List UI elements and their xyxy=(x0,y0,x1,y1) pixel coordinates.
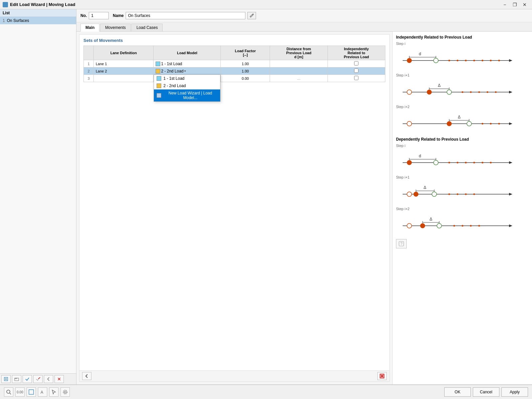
lane-definition-cell[interactable]: Lane 2 xyxy=(94,67,154,75)
close-button[interactable]: ✕ xyxy=(520,1,529,8)
svg-point-85 xyxy=(454,225,455,227)
minimize-button[interactable]: − xyxy=(500,1,509,8)
cancel-button[interactable]: Cancel xyxy=(473,387,499,397)
dropdown-item-label: 2 - 2nd Load xyxy=(163,83,186,88)
footer-left: 0.00 A xyxy=(4,387,70,397)
footer-settings-button[interactable] xyxy=(61,387,70,397)
open-item-button[interactable] xyxy=(12,375,21,383)
svg-point-82 xyxy=(407,223,412,228)
apply-button[interactable]: Apply xyxy=(501,387,528,397)
distance-cell[interactable] xyxy=(270,67,328,75)
delete-button[interactable]: ✕ xyxy=(55,375,64,383)
svg-text:Δ: Δ xyxy=(424,185,426,190)
new-item-button[interactable] xyxy=(1,375,11,383)
list-item[interactable]: 1 On Surfaces xyxy=(0,17,76,24)
window-controls: − ❐ ✕ xyxy=(500,1,529,8)
load-model-dropdown[interactable]: 2 - 2nd Load ▾ xyxy=(156,69,218,73)
diagram-info-button[interactable]: ? xyxy=(396,239,407,248)
tab-movements[interactable]: Movements xyxy=(100,24,131,31)
left-panel: List 1 On Surfaces xyxy=(0,9,76,384)
svg-point-32 xyxy=(462,91,464,93)
svg-point-15 xyxy=(434,58,438,63)
tab-load-cases[interactable]: Load Cases xyxy=(131,24,163,31)
svg-point-59 xyxy=(465,162,467,164)
diagram-panel: Independently Related to Previous Load S… xyxy=(392,32,532,384)
maximize-button[interactable]: ❐ xyxy=(510,1,519,8)
ok-button[interactable]: OK xyxy=(444,387,471,397)
independently-checkbox[interactable] xyxy=(354,68,358,73)
tab-main[interactable]: Main xyxy=(80,24,99,32)
dep-step-i2-label: Step i+2 xyxy=(396,207,529,211)
svg-point-19 xyxy=(473,60,475,62)
load-model-dropdown[interactable]: 1 - 1st Load xyxy=(156,62,218,66)
uncheck-button[interactable] xyxy=(33,375,43,383)
svg-text:Δ: Δ xyxy=(430,217,432,221)
footer-search-button[interactable] xyxy=(4,387,13,397)
load-model-cell[interactable]: 2 - 2nd Load ▾ 1 - 1st Load xyxy=(154,67,221,75)
dep-title: Dependently Related to Previous Load xyxy=(396,137,529,142)
svg-point-31 xyxy=(447,90,452,94)
svg-marker-24 xyxy=(509,91,512,93)
svg-marker-50 xyxy=(509,161,512,164)
svg-point-48 xyxy=(498,123,500,125)
svg-point-20 xyxy=(482,60,483,62)
load-model-color xyxy=(156,69,160,73)
dep-step-i1-diagram: Δ xyxy=(396,182,516,200)
load-model-value: 2 - 2nd Load xyxy=(161,69,183,73)
independently-checkbox[interactable] xyxy=(354,76,358,80)
svg-text:Δ: Δ xyxy=(458,115,461,119)
footer-select-button[interactable] xyxy=(49,387,59,397)
row-number: 3 xyxy=(84,75,94,82)
indep-title: Independently Related to Previous Load xyxy=(396,35,529,40)
svg-point-56 xyxy=(434,160,438,165)
svg-point-73 xyxy=(457,194,459,195)
svg-point-58 xyxy=(457,162,459,164)
svg-point-86 xyxy=(462,225,464,227)
check-button[interactable] xyxy=(23,375,32,383)
svg-point-36 xyxy=(495,91,497,93)
svg-point-88 xyxy=(478,225,480,227)
col-header-lane: Lane Definition xyxy=(94,46,154,60)
fields-row: No. Name xyxy=(76,9,532,22)
load-model-cell[interactable]: 1 - 1st Load xyxy=(154,60,221,67)
load-factor-cell[interactable]: 0.00 xyxy=(221,75,270,82)
dropdown-item-color xyxy=(157,76,161,81)
app-icon xyxy=(3,2,8,7)
dropdown-item[interactable]: 1 - 1st Load xyxy=(154,75,220,82)
footer-value-button[interactable]: 0.00 xyxy=(15,387,25,397)
dep-step-i-label: Step i xyxy=(396,144,529,148)
name-field-group: Name xyxy=(113,12,256,19)
svg-marker-95 xyxy=(52,390,56,394)
independently-checkbox[interactable] xyxy=(354,61,358,66)
svg-point-74 xyxy=(465,194,467,195)
delete-panel-button[interactable] xyxy=(377,372,387,380)
lane-definition-cell[interactable]: Lane 1 xyxy=(94,60,154,67)
main-container: List 1 On Surfaces xyxy=(0,9,532,399)
load-factor-cell[interactable]: 1.00 xyxy=(221,60,270,67)
back-panel-button[interactable] xyxy=(82,372,91,380)
distance-cell[interactable]: ... xyxy=(270,75,328,82)
no-field-group: No. xyxy=(80,12,109,19)
svg-point-29 xyxy=(407,90,412,94)
list-items: 1 On Surfaces xyxy=(0,17,76,373)
dropdown-item[interactable]: 2 - 2nd Load xyxy=(154,82,220,89)
edit-name-button[interactable] xyxy=(247,12,256,19)
load-factor-cell[interactable]: 1.00 xyxy=(221,67,270,75)
svg-text:d: d xyxy=(419,154,421,158)
svg-point-61 xyxy=(482,162,483,164)
dropdown-item-new[interactable]: New Load Wizard | Load Model... xyxy=(154,89,220,101)
name-input[interactable] xyxy=(126,12,245,19)
movements-table: Lane Definition Load Model Load Factor[-… xyxy=(83,46,385,82)
independently-cell[interactable] xyxy=(328,75,385,82)
lane-definition-cell[interactable] xyxy=(94,75,154,82)
svg-point-46 xyxy=(482,123,483,125)
title-bar-left: Edit Load Wizard | Moving Load xyxy=(3,2,75,7)
footer-text-button[interactable]: A xyxy=(38,387,47,397)
back-button[interactable] xyxy=(44,375,53,383)
footer-view-button[interactable] xyxy=(27,387,36,397)
svg-point-18 xyxy=(465,60,467,62)
distance-cell[interactable] xyxy=(270,60,328,67)
independently-cell[interactable] xyxy=(328,60,385,67)
independently-cell[interactable] xyxy=(328,67,385,75)
no-input[interactable] xyxy=(89,12,109,19)
